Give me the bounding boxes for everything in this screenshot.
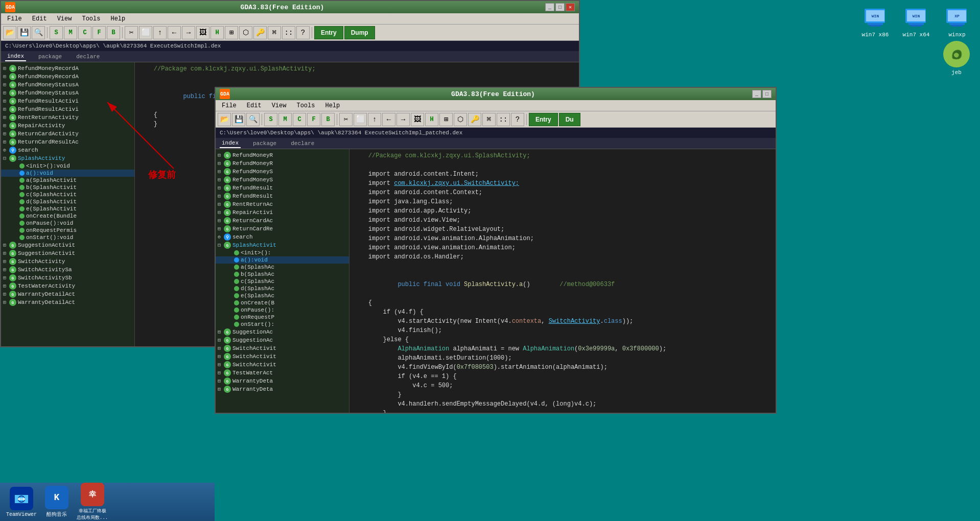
tree-item[interactable]: ⊞GSwitchActivitySa	[1, 266, 134, 274]
front-toolbar-help[interactable]: ?	[511, 113, 524, 126]
tree-item[interactable]: ⊞GSwitchActivit	[216, 352, 349, 361]
tree-item[interactable]: ⊕⚲search	[216, 233, 349, 241]
tree-method[interactable]: b(SplashActivit	[1, 184, 134, 191]
toolbar-save[interactable]: 💾	[17, 26, 31, 39]
win7x64-icon[interactable]: WIN win7 x64	[898, 5, 934, 38]
front-toolbar-h[interactable]: H	[425, 113, 438, 126]
tree-method[interactable]: <init>():void	[1, 162, 134, 170]
tree-item[interactable]: ⊟GSplashActivit	[216, 241, 349, 249]
tree-method[interactable]: a(SplashActivit	[1, 177, 134, 184]
tree-method[interactable]: d(SplashAc	[216, 285, 349, 292]
toolbar-fwd[interactable]: →	[182, 26, 195, 39]
front-menu-tools[interactable]: Tools	[292, 101, 319, 110]
front-code-area[interactable]: //Package com.klcxkj.zqxy.ui.SplashActiv…	[349, 149, 776, 413]
tree-item[interactable]: ⊞GRefundMoneyS	[216, 168, 349, 176]
front-tab-package[interactable]: package	[251, 139, 278, 148]
tree-item[interactable]: ⊞GSuggestionActivit	[1, 249, 134, 257]
tree-method[interactable]: d(SplashActivit	[1, 198, 134, 205]
entry-button-front[interactable]: Entry	[529, 113, 558, 126]
front-maximize-btn[interactable]: □	[762, 90, 772, 98]
front-toolbar-img[interactable]: 🖼	[411, 113, 424, 126]
kugo-taskbar[interactable]: K 酷狗音乐	[45, 486, 68, 518]
tree-item[interactable]: ⊞GWarrantyDeta	[216, 385, 349, 393]
tree-method[interactable]: onCreate(B	[216, 299, 349, 306]
tree-item[interactable]: ⊞GSwitchActivitySb	[1, 274, 134, 282]
tree-method[interactable]: b(SplashAc	[216, 271, 349, 278]
tree-item[interactable]: ⊞GSuggestionAc	[216, 336, 349, 344]
win7x86-icon[interactable]: WIN win7 x86	[857, 5, 893, 38]
front-tab-index[interactable]: index	[220, 139, 241, 148]
tree-item[interactable]: ⊞GReturnCardAc	[216, 217, 349, 225]
tree-item[interactable]: ⊕⚲search	[1, 146, 134, 154]
tree-item[interactable]: ⊞GRefundResult	[216, 192, 349, 200]
tree-item[interactable]: ⊞GRefundMoneyRecordA	[1, 73, 134, 81]
toolbar-back[interactable]: ←	[168, 26, 181, 39]
toolbar-cmd[interactable]: ⌘	[268, 26, 281, 39]
tree-item[interactable]: ⊞GReturnCardResultAc	[1, 138, 134, 146]
tree-item[interactable]: ⊞GRefundMoneyStatusA	[1, 89, 134, 97]
toolbar-s[interactable]: S	[50, 26, 63, 39]
menu-edit[interactable]: Edit	[28, 14, 51, 23]
front-toolbar-fwd[interactable]: →	[396, 113, 410, 126]
front-toolbar-grid[interactable]: ⊞	[439, 113, 453, 126]
toolbar-img[interactable]: 🖼	[196, 26, 209, 39]
front-minimize-btn[interactable]: _	[752, 90, 761, 98]
tree-method[interactable]: onStart():void	[1, 234, 134, 241]
tree-method[interactable]: onPause():void	[1, 220, 134, 227]
menu-tools[interactable]: Tools	[78, 14, 104, 23]
menu-file[interactable]: File	[3, 14, 26, 23]
toolbar-search[interactable]: 🔍	[32, 26, 45, 39]
tree-item[interactable]: ⊞GSuggestionActivit	[1, 241, 134, 249]
minimize-btn[interactable]: _	[545, 3, 554, 11]
tree-item[interactable]: ⊞GRefundResult	[216, 184, 349, 192]
tree-item[interactable]: ⊞GRefundMoneyRecordA	[1, 64, 134, 73]
tree-item[interactable]: ⊞GRepairActivity	[1, 122, 134, 130]
tree-item[interactable]: ⊞GSwitchActivity	[1, 257, 134, 266]
menu-view[interactable]: View	[53, 14, 76, 23]
tab-declare-back[interactable]: declare	[74, 53, 102, 61]
toolbar-nav3[interactable]: ↑	[153, 26, 167, 39]
dump-button-front[interactable]: Du	[559, 113, 580, 126]
front-menu-view[interactable]: View	[268, 101, 291, 110]
tab-index-back[interactable]: index	[5, 52, 26, 61]
front-toolbar-search[interactable]: 🔍	[246, 113, 260, 126]
front-toolbar-grid2[interactable]: ::	[497, 113, 510, 126]
tree-method-selected[interactable]: a():void	[1, 170, 134, 177]
front-toolbar-c[interactable]: C	[293, 113, 306, 126]
front-menu-file[interactable]: File	[218, 101, 241, 110]
front-tab-declare[interactable]: declare	[289, 139, 316, 148]
toolbar-grid[interactable]: ⊞	[225, 26, 238, 39]
tree-method[interactable]: c(SplashAc	[216, 278, 349, 285]
tree-item[interactable]: ⊞GWarrantyDetailAct	[1, 298, 134, 306]
front-tree-method-selected[interactable]: a():void	[216, 256, 349, 264]
tree-method[interactable]: onRequestPermis	[1, 227, 134, 234]
app-taskbar[interactable]: 幸 幸福工厂终极 总线布局数...	[77, 483, 108, 521]
toolbar-grid2[interactable]: ::	[282, 26, 295, 39]
front-toolbar-nav1[interactable]: ✂	[339, 113, 353, 126]
tree-item[interactable]: ⊞GRefundMoneyR	[216, 159, 349, 168]
tree-method[interactable]: onRequestP	[216, 314, 349, 321]
front-toolbar-hex[interactable]: ⬡	[454, 113, 467, 126]
tree-item[interactable]: ⊞GSuggestionAc	[216, 328, 349, 336]
tree-item[interactable]: ⊞GTestWaterActivity	[1, 282, 134, 290]
tree-item[interactable]: ⊞GReturnCardActivity	[1, 130, 134, 138]
front-toolbar-open[interactable]: 📂	[218, 113, 231, 126]
toolbar-key[interactable]: 🔑	[253, 26, 267, 39]
toolbar-nav1[interactable]: ✂	[125, 26, 138, 39]
tree-method[interactable]: <init>():	[216, 249, 349, 256]
close-btn[interactable]: ✕	[566, 3, 575, 11]
front-menu-edit[interactable]: Edit	[243, 101, 266, 110]
entry-button-back[interactable]: Entry	[314, 26, 343, 39]
toolbar-f[interactable]: F	[92, 26, 106, 39]
tab-package-back[interactable]: package	[36, 53, 64, 61]
front-toolbar-nav2[interactable]: ⬜	[354, 113, 367, 126]
front-toolbar-s[interactable]: S	[264, 113, 277, 126]
toolbar-hex[interactable]: ⬡	[239, 26, 252, 39]
front-toolbar-f[interactable]: F	[307, 113, 320, 126]
front-toolbar-cmd[interactable]: ⌘	[482, 113, 496, 126]
maximize-btn[interactable]: □	[555, 3, 565, 11]
winxp-icon[interactable]: XP winxp	[939, 5, 975, 38]
front-toolbar-key[interactable]: 🔑	[468, 113, 481, 126]
tree-method[interactable]: onPause():	[216, 306, 349, 314]
front-toolbar-back[interactable]: ←	[382, 113, 395, 126]
